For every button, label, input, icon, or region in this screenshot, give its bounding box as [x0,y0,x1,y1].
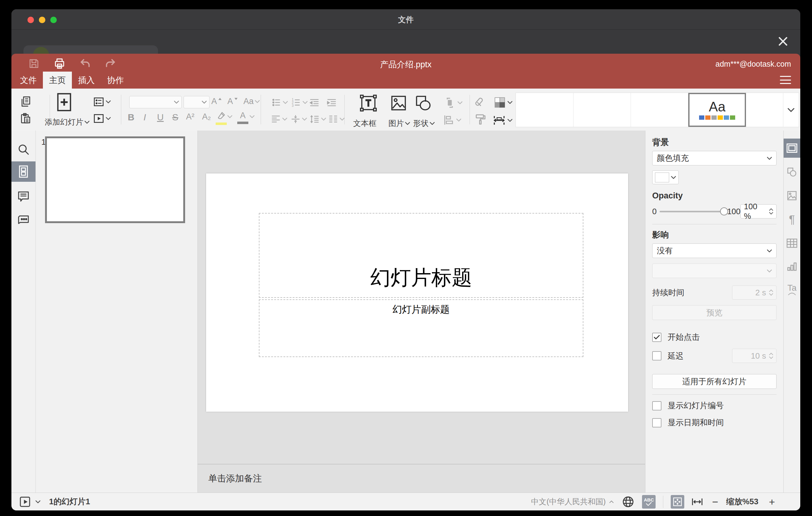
line-spacing-icon[interactable] [310,114,326,124]
copy-style-icon[interactable] [474,113,487,125]
opacity-slider-knob[interactable] [720,207,728,216]
superscript-button[interactable]: A² [186,113,194,121]
duration-row: 持续时间 2 s [652,285,777,300]
svg-text:3: 3 [292,104,294,107]
zoom-out-button[interactable]: − [712,496,718,507]
tab-insert[interactable]: 插入 [72,71,101,89]
font-name-select[interactable] [129,96,182,108]
bullet-list-icon[interactable] [271,97,288,108]
fill-color-picker[interactable] [652,170,679,184]
comments-icon[interactable] [11,186,35,206]
menu-tabs: 文件 主页 插入 协作 [14,71,130,89]
fill-type-select[interactable]: 颜色填充 [652,151,777,165]
start-slideshow-status-icon[interactable] [19,496,31,508]
strikethrough-button[interactable]: S [172,113,178,122]
bold-button[interactable]: B [128,113,135,122]
slide-layout-button[interactable] [93,96,111,108]
preview-button[interactable]: 预览 [652,305,777,320]
effect-type-select[interactable] [652,263,777,278]
tab-collaboration[interactable]: 协作 [101,71,130,89]
language-chevron[interactable] [609,500,614,503]
columns-icon[interactable] [328,114,345,124]
increase-font-icon[interactable]: A [211,97,222,106]
apply-all-button[interactable]: 适用于所有幻灯片 [652,374,777,389]
tab-home[interactable]: 主页 [43,71,72,89]
menu-icon[interactable] [780,76,791,84]
spellcheck-icon[interactable]: ABC [642,495,656,509]
fit-slide-icon[interactable] [671,495,684,509]
paragraph-settings-icon[interactable]: ¶ [784,210,800,229]
theme-blank-2[interactable] [574,93,631,127]
theme-blank-4[interactable] [746,93,783,127]
textart-settings-icon[interactable]: Ta [784,280,800,299]
opacity-value-spinner[interactable]: 100 % [741,204,777,219]
show-datetime-checkbox[interactable] [652,418,662,427]
increase-indent-icon[interactable] [326,97,337,108]
vertical-align-icon[interactable] [290,114,307,124]
insert-image-button[interactable]: 图片 [388,118,410,128]
arrange-icon[interactable] [443,96,462,110]
add-slide-icon[interactable] [56,92,72,112]
chart-settings-icon[interactable] [784,257,800,276]
main-area: 1 幻灯片标题 幻灯片副标题 单击添加备注 背景 颜色填充 [11,131,800,492]
image-settings-icon[interactable] [784,186,800,205]
fit-width-icon[interactable] [691,496,703,507]
insert-image-icon[interactable] [390,94,408,112]
align-shapes-icon[interactable] [443,114,461,126]
close-icon[interactable] [777,35,789,48]
tab-file[interactable]: 文件 [14,71,43,89]
copy-icon[interactable] [20,95,32,108]
insert-shape-button[interactable]: 形状 [413,118,435,128]
change-case-button[interactable]: Aa [243,97,260,106]
chat-icon[interactable] [11,209,35,230]
title-placeholder[interactable]: 幻灯片标题 [259,213,583,298]
slides-panel-icon[interactable] [11,162,35,182]
subscript-button[interactable]: A₂ [202,113,211,121]
language-selector[interactable]: 中文(中华人民共和国) [531,496,606,507]
slide-canvas[interactable]: 幻灯片标题 幻灯片副标题 [206,173,628,412]
underline-button[interactable]: U [157,113,164,122]
theme-blank-1[interactable] [516,93,574,127]
slide-thumbnail[interactable] [45,136,185,223]
slide-size-icon[interactable] [492,114,513,127]
textbox-button[interactable]: 文本框 [353,118,376,128]
notes-area[interactable]: 单击添加备注 [198,464,645,492]
font-color-chevron[interactable] [250,115,255,118]
insert-shape-icon[interactable] [414,94,432,112]
numbered-list-icon[interactable]: 123 [291,97,308,108]
decrease-font-icon[interactable]: A [227,97,238,106]
clear-style-icon[interactable] [474,96,487,109]
font-size-select[interactable] [183,96,209,108]
set-language-icon[interactable] [622,495,635,508]
textbox-icon[interactable] [359,93,378,113]
delay-spinner[interactable]: 10 s [732,349,777,363]
effect-label: 影响 [652,229,777,240]
slide-settings-icon[interactable] [784,139,800,158]
slideshow-options-chevron[interactable] [35,500,40,503]
color-scheme-icon[interactable] [493,96,513,109]
shape-settings-icon[interactable] [784,163,800,182]
theme-blank-3[interactable] [631,93,688,127]
paste-icon[interactable] [20,112,32,124]
italic-button[interactable]: I [143,113,146,122]
search-icon[interactable] [11,139,35,160]
opacity-slider[interactable] [660,211,724,212]
duration-spinner[interactable]: 2 s [732,285,777,300]
theme-gallery-expand[interactable] [783,93,799,127]
effect-select[interactable]: 没有 [652,243,777,258]
show-slide-number-checkbox[interactable] [652,401,662,410]
font-color-icon[interactable]: A [237,111,248,124]
start-click-checkbox[interactable] [652,333,662,342]
decrease-indent-icon[interactable] [309,97,320,108]
delay-checkbox[interactable] [652,351,662,361]
theme-selected[interactable]: Aa [688,93,746,127]
zoom-in-button[interactable]: + [769,496,775,507]
subtitle-placeholder[interactable]: 幻灯片副标题 [259,299,583,357]
highlight-color-icon[interactable] [216,111,227,125]
highlight-color-chevron[interactable] [227,115,232,118]
horizontal-align-icon[interactable] [270,114,287,124]
add-slide-button[interactable]: 添加幻灯片 [45,117,89,127]
table-settings-icon[interactable] [784,234,800,253]
zoom-level: 缩放%53 [726,496,758,507]
start-slideshow-button[interactable] [93,113,111,124]
